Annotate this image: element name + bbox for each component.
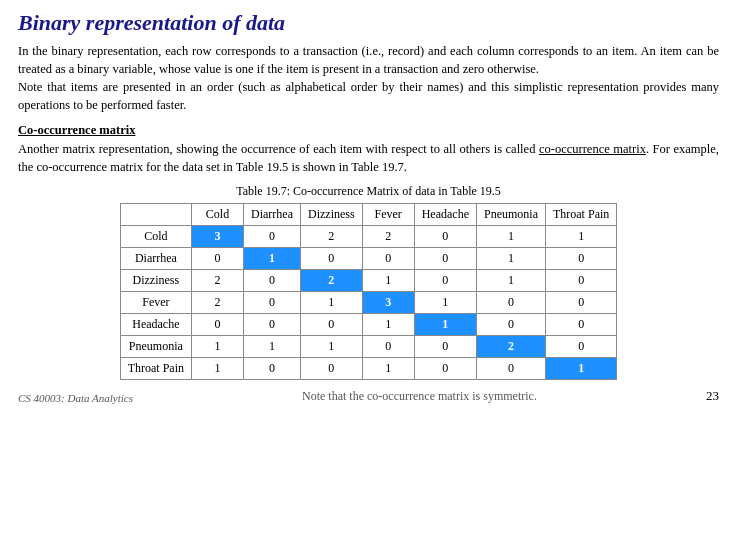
row-label: Dizziness bbox=[120, 269, 191, 291]
table-cell: 3 bbox=[362, 291, 414, 313]
table-cell: 0 bbox=[301, 313, 363, 335]
table-cell: 0 bbox=[545, 247, 616, 269]
table-cell: 1 bbox=[301, 335, 363, 357]
section-title: Co-occurrence matrix bbox=[18, 123, 719, 138]
col-header-pneumonia: Pneumonia bbox=[476, 203, 545, 225]
table-cell: 2 bbox=[301, 269, 363, 291]
table-cell: 0 bbox=[545, 313, 616, 335]
col-header-cold: Cold bbox=[192, 203, 244, 225]
table-cell: 0 bbox=[476, 357, 545, 379]
table-cell: 0 bbox=[476, 313, 545, 335]
table-cell: 0 bbox=[244, 269, 301, 291]
table-cell: 1 bbox=[362, 269, 414, 291]
table-cell: 2 bbox=[192, 269, 244, 291]
section-description: Another matrix representation, showing t… bbox=[18, 140, 719, 176]
table-cell: 0 bbox=[244, 225, 301, 247]
footer-note: Note that the co-occurrence matrix is sy… bbox=[302, 389, 537, 404]
table-cell: 0 bbox=[545, 291, 616, 313]
table-row: Dizziness2021010 bbox=[120, 269, 617, 291]
table-row: Cold3022011 bbox=[120, 225, 617, 247]
row-label: Pneumonia bbox=[120, 335, 191, 357]
table-cell: 0 bbox=[192, 313, 244, 335]
table-cell: 1 bbox=[244, 247, 301, 269]
table-cell: 0 bbox=[414, 247, 476, 269]
row-label: Throat Pain bbox=[120, 357, 191, 379]
table-row: Headache0001100 bbox=[120, 313, 617, 335]
table-cell: 1 bbox=[414, 313, 476, 335]
table-row: Throat Pain1001001 bbox=[120, 357, 617, 379]
intro-paragraph: In the binary representation, each row c… bbox=[18, 42, 719, 115]
row-label: Headache bbox=[120, 313, 191, 335]
col-header-dizziness: Dizziness bbox=[301, 203, 363, 225]
table-cell: 0 bbox=[414, 335, 476, 357]
table-cell: 1 bbox=[545, 225, 616, 247]
table-cell: 1 bbox=[476, 269, 545, 291]
table-cell: 0 bbox=[244, 357, 301, 379]
page-number: 23 bbox=[706, 388, 719, 404]
table-cell: 0 bbox=[301, 247, 363, 269]
table-cell: 0 bbox=[414, 357, 476, 379]
col-header-fever: Fever bbox=[362, 203, 414, 225]
col-header-diarrhea: Diarrhea bbox=[244, 203, 301, 225]
table-cell: 0 bbox=[301, 357, 363, 379]
page-title: Binary representation of data bbox=[18, 10, 719, 36]
table-cell: 1 bbox=[192, 357, 244, 379]
table-caption: Table 19.7: Co-occurrence Matrix of data… bbox=[18, 184, 719, 199]
table-cell: 0 bbox=[476, 291, 545, 313]
table-cell: 2 bbox=[301, 225, 363, 247]
table-cell: 0 bbox=[362, 247, 414, 269]
col-header-throatpain: Throat Pain bbox=[545, 203, 616, 225]
table-cell: 2 bbox=[192, 291, 244, 313]
table-cell: 1 bbox=[476, 225, 545, 247]
table-cell: 1 bbox=[362, 357, 414, 379]
row-label: Fever bbox=[120, 291, 191, 313]
row-label: Diarrhea bbox=[120, 247, 191, 269]
col-header-empty bbox=[120, 203, 191, 225]
table-cell: 1 bbox=[301, 291, 363, 313]
table-cell: 2 bbox=[476, 335, 545, 357]
table-cell: 1 bbox=[476, 247, 545, 269]
footer-left: CS 40003: Data Analytics bbox=[18, 392, 133, 404]
table-cell: 0 bbox=[362, 335, 414, 357]
table-cell: 2 bbox=[362, 225, 414, 247]
table-cell: 0 bbox=[414, 269, 476, 291]
table-cell: 0 bbox=[545, 335, 616, 357]
table-cell: 0 bbox=[192, 247, 244, 269]
table-row: Diarrhea0100010 bbox=[120, 247, 617, 269]
table-cell: 1 bbox=[545, 357, 616, 379]
table-cell: 0 bbox=[414, 225, 476, 247]
table-cell: 3 bbox=[192, 225, 244, 247]
cooccurrence-table: Cold Diarrhea Dizziness Fever Headache P… bbox=[120, 203, 618, 380]
table-cell: 1 bbox=[362, 313, 414, 335]
table-cell: 0 bbox=[244, 291, 301, 313]
table-cell: 1 bbox=[192, 335, 244, 357]
row-label: Cold bbox=[120, 225, 191, 247]
table-cell: 0 bbox=[244, 313, 301, 335]
table-cell: 0 bbox=[545, 269, 616, 291]
table-cell: 1 bbox=[244, 335, 301, 357]
table-cell: 1 bbox=[414, 291, 476, 313]
col-header-headache: Headache bbox=[414, 203, 476, 225]
table-row: Fever2013100 bbox=[120, 291, 617, 313]
table-row: Pneumonia1110020 bbox=[120, 335, 617, 357]
